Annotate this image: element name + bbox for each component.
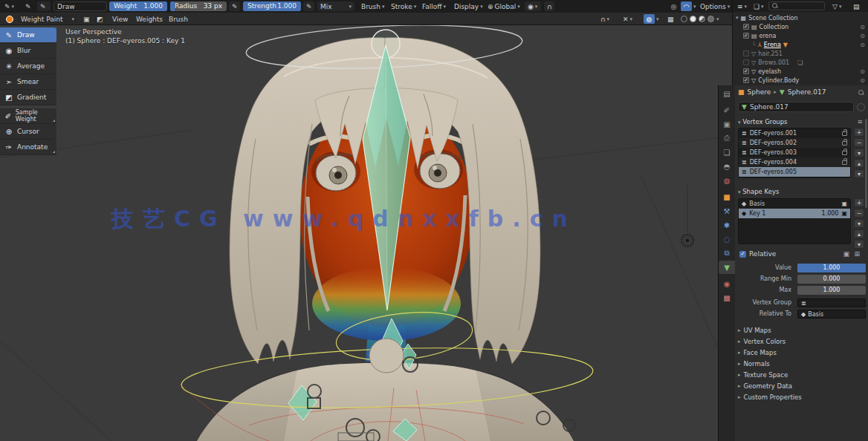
outliner-display-mode-button[interactable]: ❏▾ — [751, 1, 767, 11]
brush-preview-button[interactable]: ✎ — [37, 1, 51, 11]
tab-tool[interactable]: ✐ — [719, 103, 735, 117]
properties-scrollbar[interactable] — [865, 119, 867, 208]
section-geometry-data[interactable]: ▸Geometry Data — [735, 381, 866, 391]
lock-icon[interactable] — [842, 170, 847, 174]
vertex-group-row[interactable]: ≣DEF-eyeros.002 — [739, 138, 850, 148]
overlays-dropdown[interactable]: ◍▾ — [641, 14, 662, 24]
tool-gradient[interactable]: ◩ Gradient — [0, 90, 56, 105]
vertex-group-row[interactable]: ≣DEF-eyeros.003 — [739, 148, 850, 157]
vertex-group-selector[interactable]: ≣ — [797, 298, 866, 307]
remove-vertex-group-button[interactable]: − — [854, 138, 864, 147]
tool-annotate[interactable]: ✑ Annotate — [0, 140, 56, 155]
fake-user-button[interactable] — [857, 103, 865, 111]
section-face-maps[interactable]: ▸Face Maps — [735, 347, 866, 358]
orientation-dropdown[interactable]: ⊕ Global▾ — [485, 1, 523, 11]
mute-checkbox-icon[interactable]: ▣ — [841, 200, 847, 207]
outliner-row-body[interactable]: ✓ ▽ Cylinder.Body ⊙ — [733, 76, 868, 85]
tab-constraints[interactable]: ⧉ — [719, 246, 735, 260]
vertex-group-row[interactable]: ≣DEF-eyeros.001 — [739, 128, 850, 138]
tab-world[interactable]: ◍ — [719, 174, 735, 187]
lock-icon[interactable] — [842, 131, 847, 136]
shading-wireframe-button[interactable] — [681, 16, 687, 22]
paint-mask-face-toggle[interactable]: ◩ — [94, 14, 105, 24]
edit-mode-shape-icon[interactable]: ⊞ — [854, 250, 860, 258]
proportional-dropdown[interactable]: ✕▾ — [620, 14, 635, 24]
strength-slider[interactable]: Strength 1.000 — [243, 1, 301, 11]
range-max-field[interactable]: 1.000 — [797, 286, 866, 295]
menu-weights[interactable]: Weights — [132, 14, 166, 24]
eye-icon[interactable]: ⊙ — [860, 24, 865, 30]
outliner-row-scene-collection[interactable]: ▾▦ Scene Collection — [733, 13, 868, 22]
relative-to-selector[interactable]: ◆ Basis — [797, 310, 866, 318]
shape-key-specials-button[interactable]: ▾ — [854, 219, 864, 228]
move-up-button[interactable]: ▴ — [854, 159, 864, 168]
shading-solid-button[interactable] — [690, 16, 696, 22]
checkbox-checked-icon[interactable]: ✓ — [743, 77, 749, 83]
paint-mask-vertex-toggle[interactable]: ▣ — [80, 14, 91, 24]
checkbox-unchecked-icon[interactable]: ✓ — [743, 59, 749, 65]
popover-display[interactable]: Display▾ — [451, 1, 486, 11]
remove-shape-key-button[interactable]: − — [854, 209, 864, 218]
section-custom-properties[interactable]: ▸Custom Properties — [735, 392, 866, 402]
section-texture-space[interactable]: ▸Texture Space — [735, 370, 866, 380]
outliner-row-eyelash[interactable]: ✓ ▽ eyelash ⊙ — [733, 67, 868, 76]
tab-render[interactable]: ▣ — [719, 117, 735, 131]
range-min-field[interactable]: 0.000 — [797, 275, 866, 284]
lock-icon[interactable] — [842, 160, 847, 165]
checkbox-checked-icon[interactable]: ✓ — [743, 33, 749, 39]
shading-rendered-button[interactable] — [707, 16, 714, 22]
outliner-row-armature[interactable]: └ ⅄ Erena ▼ ⊙ — [733, 40, 868, 49]
section-vertex-colors[interactable]: ▸Vertex Colors — [735, 336, 866, 347]
blend-mode-dropdown[interactable]: Mix▾ — [317, 1, 354, 11]
tab-material[interactable]: ◉ — [719, 277, 735, 290]
brush-name-field[interactable]: Draw — [54, 1, 107, 11]
tool-cursor[interactable]: ⊕ Cursor — [0, 124, 56, 140]
outliner-options-button[interactable]: ▤ — [850, 1, 863, 11]
eye-icon[interactable]: ⊙ — [860, 33, 865, 39]
eye-icon[interactable]: ⊙ — [860, 77, 865, 84]
mute-checkbox-icon[interactable]: ▣ — [841, 210, 847, 217]
tool-blur[interactable]: ◉ Blur — [0, 43, 56, 59]
move-up-button[interactable]: ▴ — [854, 229, 864, 238]
shape-keys-header[interactable]: ▾ Shape Keys — [738, 188, 779, 195]
tab-object[interactable]: ■ — [719, 190, 735, 203]
shape-key-row-active[interactable]: ◆Key 1 1.000 ▣ — [739, 209, 850, 218]
shading-dropdown[interactable]: ▾ — [716, 16, 719, 22]
lock-icon[interactable] — [842, 151, 847, 155]
properties-editor-type-button[interactable]: ▤ — [719, 87, 735, 100]
outliner-search-input[interactable] — [768, 1, 825, 10]
blender-menu-button[interactable] — [3, 14, 16, 24]
shading-material-button[interactable] — [699, 16, 705, 22]
radius-pressure-toggle[interactable]: ✎ — [229, 1, 240, 11]
outliner-row-erena-collection[interactable]: ✓ ▤ erena ⊙ — [733, 31, 868, 40]
checkbox-unchecked-icon[interactable]: ✓ — [743, 50, 749, 56]
vertex-group-row[interactable]: ≣DEF-eyeros.004 — [739, 157, 850, 167]
breadcrumb-data[interactable]: Sphere.017 — [788, 88, 826, 96]
add-vertex-group-button[interactable]: + — [854, 128, 864, 137]
menu-view[interactable]: View — [108, 14, 132, 24]
outliner-row-hair[interactable]: ✓ ▽ hair.251 — [733, 49, 868, 58]
tool-smear[interactable]: ➣ Smear — [0, 74, 56, 90]
mode-dropdown[interactable]: Weight Paint▾ — [18, 14, 77, 24]
outliner-filter-button[interactable]: ▽▾ — [829, 1, 844, 11]
outliner-editor-type-button[interactable]: ≡▾ — [734, 1, 750, 11]
shape-key-row-basis[interactable]: ◆Basis ▣ — [739, 199, 850, 209]
tab-physics[interactable]: ◌ — [719, 232, 735, 246]
tool-sample-weight[interactable]: ✐ Sample Weight — [0, 108, 56, 124]
eye-icon[interactable]: ⊙ — [860, 42, 865, 48]
strength-pressure-toggle[interactable]: ✎ — [303, 1, 314, 11]
options-dropdown[interactable]: Options▾ — [697, 1, 733, 11]
tab-modifiers[interactable]: ⚒ — [719, 204, 735, 218]
lock-icon[interactable] — [842, 141, 847, 146]
vertex-groups-header[interactable]: ▾ Vertex Groups — [738, 118, 788, 125]
section-normals[interactable]: ▸Normals — [735, 359, 866, 369]
menu-brush[interactable]: Brush — [165, 14, 192, 24]
vertex-group-row-active[interactable]: ≣DEF-eyeros.005 — [739, 167, 850, 177]
checkbox-checked-icon[interactable]: ✓ — [743, 68, 749, 74]
popover-falloff[interactable]: Falloff▾ — [419, 1, 449, 11]
add-shape-key-button[interactable]: + — [854, 198, 864, 207]
tool-average[interactable]: ✳ Average — [0, 59, 56, 74]
popover-stroke[interactable]: Stroke▾ — [388, 1, 419, 11]
breadcrumb-search-icon[interactable] — [858, 90, 865, 97]
breadcrumb-object[interactable]: Sphere — [748, 88, 771, 96]
